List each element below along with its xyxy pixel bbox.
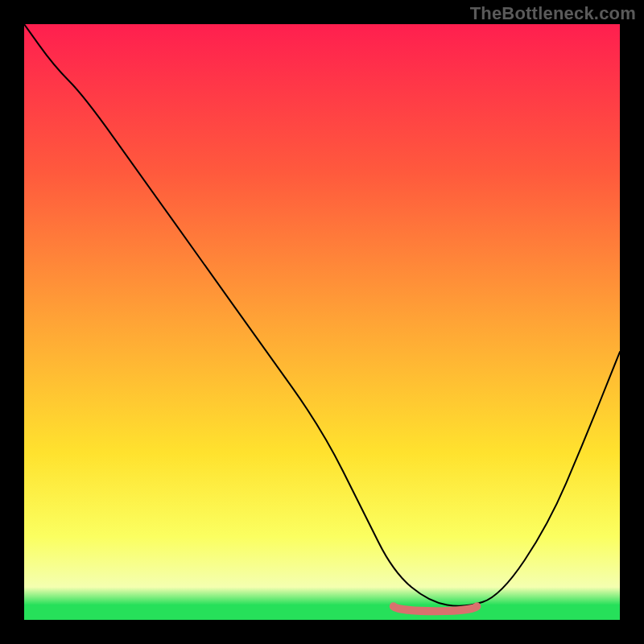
chart-frame: TheBottleneck.com <box>0 0 644 644</box>
watermark-label: TheBottleneck.com <box>470 3 636 24</box>
bottleneck-curve <box>24 24 620 620</box>
plot-area <box>24 24 620 620</box>
